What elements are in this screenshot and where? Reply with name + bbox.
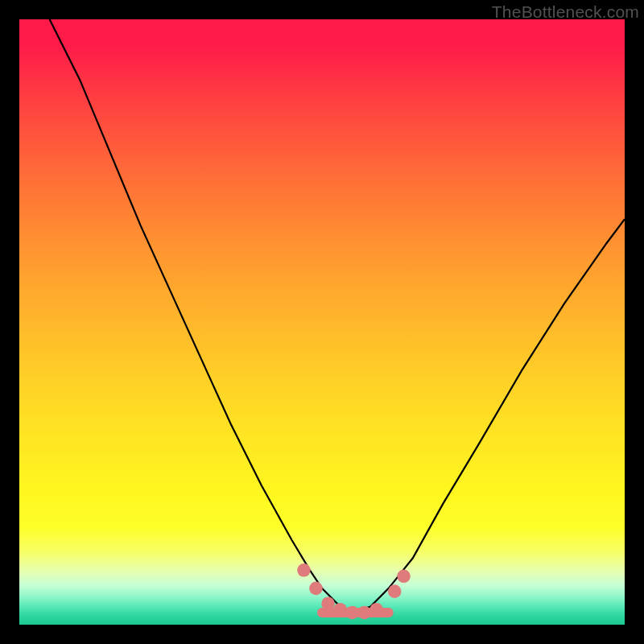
highlight-marker — [321, 597, 335, 610]
left-curve — [50, 19, 353, 613]
highlight-marker — [397, 570, 411, 584]
plot-area — [19, 19, 625, 625]
highlight-marker — [345, 606, 359, 620]
chart-svg — [19, 19, 625, 625]
highlight-marker — [333, 603, 347, 617]
highlight-marker — [388, 584, 402, 598]
highlight-marker — [297, 564, 311, 577]
highlight-marker — [309, 582, 323, 596]
right-curve — [353, 219, 625, 613]
outer-frame: TheBottleneck.com — [0, 0, 644, 644]
marker-group — [297, 564, 411, 619]
highlight-marker — [357, 606, 371, 620]
highlight-marker — [369, 603, 383, 617]
